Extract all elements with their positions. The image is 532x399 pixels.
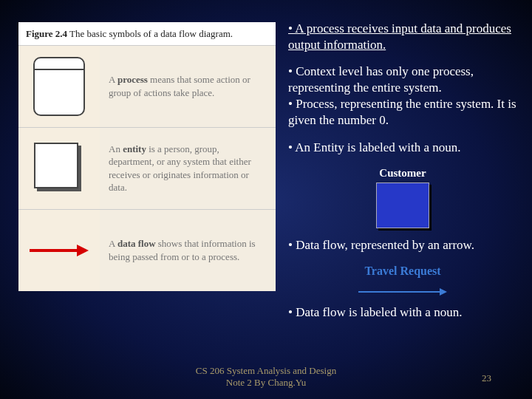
bullet-5: • Data flow, represented by an arrow. (288, 237, 517, 253)
customer-entity-icon (376, 183, 429, 228)
customer-label: Customer (288, 166, 517, 181)
dataflow-desc: A data flow shows that information is be… (100, 210, 276, 291)
process-desc: A process means that some action or grou… (100, 46, 276, 127)
dataflow-arrow-icon (30, 243, 89, 258)
page-number: 23 (482, 372, 491, 384)
footer: CS 206 System Analysis and Design Note 2… (0, 365, 532, 389)
entity-desc: An entity is a person, group, department… (100, 128, 276, 209)
entity-icon (34, 143, 84, 194)
travel-arrow-icon (358, 288, 447, 296)
figure-row-dataflow: A data flow shows that information is be… (18, 209, 276, 291)
bullet-6: • Data flow is labeled with a noun. (288, 304, 517, 321)
bullet-3: • Process, representing the entire syste… (288, 96, 517, 129)
figure-row-entity: An entity is a person, group, department… (18, 127, 276, 209)
entity-symbol-cell (18, 128, 100, 209)
term-process: process (117, 74, 148, 85)
bullet-group-2: • Context level has only one process, re… (288, 64, 517, 129)
bullet-1: • A process receives input data and prod… (288, 21, 517, 53)
footer-line2: Note 2 By Chang.Yu (196, 377, 336, 389)
bullet-2: • Context level has only one process, re… (288, 64, 517, 96)
figure-row-process: A process means that some action or grou… (18, 45, 276, 127)
figure-caption-text: The basic symbols of a data flow diagram… (69, 28, 233, 39)
term-dataflow: data flow (117, 238, 156, 249)
bullet-4: • An Entity is labeled with a noun. (288, 140, 517, 156)
figure-block: Figure 2.4 The basic symbols of a data f… (18, 22, 276, 291)
footer-note: CS 206 System Analysis and Design Note 2… (196, 365, 336, 389)
process-symbol-cell (18, 46, 100, 127)
travel-label: Travel Request (288, 264, 517, 279)
travel-block: Travel Request (288, 264, 517, 297)
dataflow-symbol-cell (18, 210, 100, 291)
term-entity: entity (123, 143, 146, 154)
customer-block: Customer (288, 166, 517, 229)
process-icon (33, 57, 85, 116)
figure-caption: Figure 2.4 The basic symbols of a data f… (18, 22, 276, 45)
footer-line1: CS 206 System Analysis and Design (196, 365, 336, 377)
bullet-list: • A process receives input data and prod… (288, 21, 517, 331)
slide: Figure 2.4 The basic symbols of a data f… (0, 0, 532, 399)
figure-number: Figure 2.4 (26, 28, 67, 39)
